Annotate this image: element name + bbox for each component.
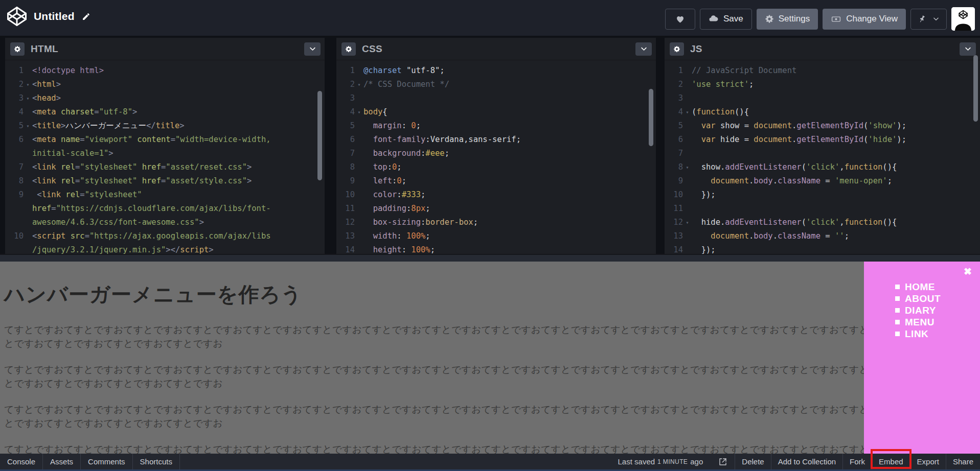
menu-item-label: LINK bbox=[905, 328, 928, 340]
code-row: 8▾ show.addEventListener('click',functio… bbox=[665, 160, 980, 174]
code-row: 1// JavaScript Document bbox=[665, 64, 980, 78]
html-code-editor[interactable]: 1<!doctype html>2▾<html>3▾<head>4<meta c… bbox=[5, 60, 325, 254]
menu-item-label: DIARY bbox=[905, 304, 936, 316]
html-editor-panel: HTML 1<!doctype html>2▾<html>3▾<head>4<m… bbox=[5, 38, 325, 254]
code-row: initial-scale=1"> bbox=[5, 147, 325, 160]
cloud-icon bbox=[709, 14, 719, 24]
menu-item-about[interactable]: ABOUT bbox=[895, 293, 980, 304]
js-collapse-chevron-icon[interactable] bbox=[960, 42, 976, 56]
app-header: Untitled Save Settings bbox=[0, 0, 980, 36]
code-row: 10 color:#333; bbox=[336, 188, 656, 202]
gear-icon bbox=[765, 14, 774, 23]
change-view-label: Change View bbox=[846, 14, 898, 24]
change-view-button[interactable]: Change View bbox=[823, 9, 906, 30]
saved-prefix: Last saved bbox=[618, 457, 655, 466]
menu-item-home[interactable]: HOME bbox=[895, 281, 980, 293]
js-panel-header: JS bbox=[665, 38, 980, 60]
settings-button[interactable]: Settings bbox=[757, 9, 818, 30]
preview-paragraph: てすとですおてすとですおてすとですおてすとですおてすとですおてすとですおてすとで… bbox=[4, 442, 980, 454]
css-code-editor[interactable]: 1@charset "utf-8";2▾/* CSS Document */34… bbox=[336, 60, 656, 254]
js-panel-title: JS bbox=[690, 43, 702, 55]
pen-title: Untitled bbox=[34, 10, 75, 22]
code-row: 13 document.body.className = ''; bbox=[665, 229, 980, 243]
code-row: 11 bbox=[665, 202, 980, 216]
code-row: 6 font-family:Verdana,sans-serif; bbox=[336, 133, 656, 147]
footer-console[interactable]: Console bbox=[0, 454, 43, 469]
footer-share[interactable]: Share bbox=[946, 454, 980, 469]
code-row: 3 bbox=[336, 91, 656, 105]
css-panel-title: CSS bbox=[362, 43, 382, 55]
save-button[interactable]: Save bbox=[700, 9, 752, 30]
avatar[interactable] bbox=[951, 7, 975, 31]
code-row: 14 }); bbox=[665, 243, 980, 254]
footer-shortcuts[interactable]: Shortcuts bbox=[133, 454, 180, 469]
code-row: 5 margin: 0; bbox=[336, 119, 656, 133]
preview-heading: ハンバーガーメニューを作ろう bbox=[4, 280, 980, 309]
menu-item-label: HOME bbox=[905, 281, 935, 293]
code-row: 2▾/* CSS Document */ bbox=[336, 78, 656, 91]
menu-item-menu[interactable]: MENU bbox=[895, 316, 980, 328]
css-editor-scrollbar[interactable] bbox=[649, 89, 653, 146]
js-settings-gear-icon[interactable] bbox=[670, 42, 684, 56]
saved-time: 1 minute bbox=[657, 458, 688, 465]
chevron-down-icon bbox=[932, 15, 940, 22]
code-row: 10<script src="https://ajax.googleapis.c… bbox=[5, 229, 325, 243]
footer-bar: ConsoleAssetsCommentsShortcuts Last save… bbox=[0, 454, 980, 471]
pin-icon bbox=[918, 15, 926, 23]
edit-title-pencil-icon[interactable] bbox=[82, 12, 90, 21]
square-bullet-icon bbox=[895, 296, 900, 301]
codepen-logo-icon[interactable] bbox=[6, 6, 28, 27]
code-row: 4▾body{ bbox=[336, 105, 656, 119]
footer-fork[interactable]: Fork bbox=[842, 454, 872, 469]
footer-export[interactable]: Export bbox=[910, 454, 946, 469]
like-button[interactable] bbox=[665, 9, 695, 30]
code-row: 4▾(function(){ bbox=[665, 105, 980, 119]
code-row: 13 width: 100%; bbox=[336, 229, 656, 243]
code-row: 7 background:#eee; bbox=[336, 147, 656, 160]
css-editor-panel: CSS 1@charset "utf-8";2▾/* CSS Document … bbox=[336, 38, 656, 254]
code-row: awesome/4.6.3/css/font-awesome.css"> bbox=[5, 216, 325, 229]
code-row: 2'use strict'; bbox=[665, 78, 980, 91]
saved-suffix: ago bbox=[690, 457, 703, 466]
last-saved-status: Last saved 1 minute ago bbox=[610, 454, 712, 469]
html-collapse-chevron-icon[interactable] bbox=[304, 42, 321, 56]
save-label: Save bbox=[723, 14, 743, 24]
html-panel-title: HTML bbox=[31, 43, 58, 55]
css-settings-gear-icon[interactable] bbox=[341, 42, 356, 56]
footer-embed-highlighted[interactable]: Embed bbox=[872, 454, 910, 469]
footer-add-to-collection[interactable]: Add to Collection bbox=[771, 454, 842, 469]
footer-left-group: ConsoleAssetsCommentsShortcuts bbox=[0, 454, 180, 469]
footer-assets[interactable]: Assets bbox=[43, 454, 81, 469]
code-row: 7<link rel="stylesheet" href="asset/rese… bbox=[5, 160, 325, 174]
menu-item-link[interactable]: LINK bbox=[895, 328, 980, 340]
heart-icon bbox=[675, 14, 685, 24]
header-actions: Save Settings Change View bbox=[665, 7, 975, 31]
menu-item-diary[interactable]: DIARY bbox=[895, 304, 980, 316]
editor-region: HTML 1<!doctype html>2▾<html>3▾<head>4<m… bbox=[0, 36, 980, 254]
js-editor-panel: JS 1// JavaScript Document2'use strict';… bbox=[665, 38, 980, 254]
editor-preview-resizer[interactable] bbox=[0, 254, 980, 262]
result-preview: ハンバーガーメニューを作ろう てすとですおてすとですおてすとですおてすとですおて… bbox=[0, 262, 980, 454]
preview-menu-list: HOMEABOUTDIARYMENULINK bbox=[864, 281, 980, 340]
code-row: 1<!doctype html> bbox=[5, 64, 325, 78]
code-row: href="https://cdnjs.cloudflare.com/ajax/… bbox=[5, 202, 325, 216]
open-in-new-window-icon[interactable] bbox=[711, 454, 735, 469]
html-settings-gear-icon[interactable] bbox=[10, 42, 25, 56]
html-editor-scrollbar[interactable] bbox=[317, 91, 322, 180]
code-row: 1@charset "utf-8"; bbox=[336, 64, 656, 78]
code-row: 8 top:0; bbox=[336, 160, 656, 174]
pin-dropdown-button[interactable] bbox=[910, 9, 947, 30]
js-editor-scrollbar[interactable] bbox=[973, 55, 978, 122]
footer-comments[interactable]: Comments bbox=[81, 454, 133, 469]
code-row: 9 document.body.className = 'menu-open'; bbox=[665, 174, 980, 188]
code-row: 6<meta name="viewport" content="width=de… bbox=[5, 133, 325, 147]
footer-delete[interactable]: Delete bbox=[735, 454, 770, 469]
css-collapse-chevron-icon[interactable] bbox=[635, 42, 652, 56]
square-bullet-icon bbox=[895, 308, 900, 313]
code-row: 3 bbox=[665, 91, 980, 105]
code-row: 14 height: 100%; bbox=[336, 243, 656, 254]
js-code-editor[interactable]: 1// JavaScript Document2'use strict';34▾… bbox=[665, 60, 980, 254]
code-row: 9 <link rel="stylesheet" bbox=[5, 188, 325, 202]
menu-close-icon[interactable]: ✖ bbox=[964, 267, 972, 276]
code-row: 3▾<head> bbox=[5, 91, 325, 105]
